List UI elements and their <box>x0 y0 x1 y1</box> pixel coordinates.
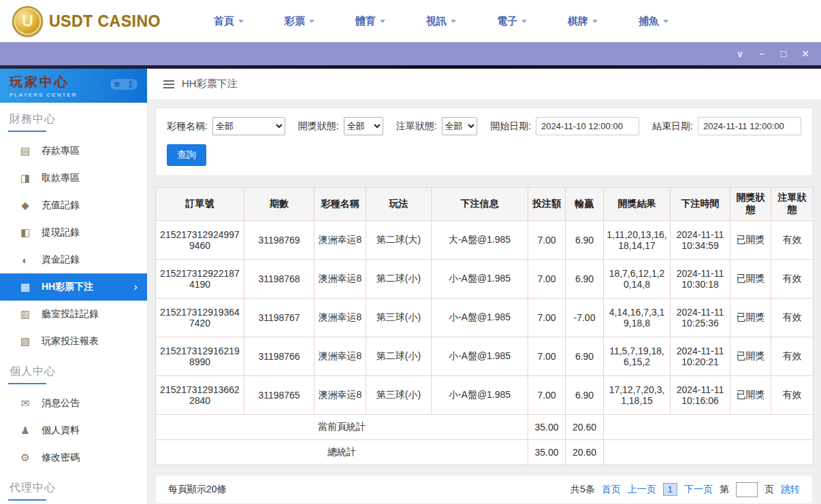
table-cell: 已開獎 <box>730 376 771 415</box>
next-page-link[interactable]: 下一页 <box>684 484 713 496</box>
page-jump-input[interactable] <box>736 482 758 497</box>
nav-item-label: 電子 <box>497 15 517 28</box>
table-cell: 大-A盤@1.985 <box>432 221 528 260</box>
search-button[interactable]: 查詢 <box>167 144 206 166</box>
table-cell: 7.00 <box>528 221 566 260</box>
summary-empty <box>604 440 814 465</box>
deposit-icon: ▤ <box>19 145 31 157</box>
sidebar: 玩家中心 PLAYERS CENTER 財務中心▤存款專區◨取款專區◆充值記錄◧… <box>0 69 147 504</box>
table-cell: 6.90 <box>566 221 604 260</box>
lottery-name-select[interactable]: 全部 <box>212 117 285 135</box>
summary-label: 當前頁統計 <box>156 415 528 440</box>
sidebar-item-profile[interactable]: ♟個人資料 <box>0 417 147 444</box>
column-header: 投注額 <box>528 188 566 221</box>
chevron-right-icon: › <box>133 280 138 294</box>
sidebar-item-label: 個人資料 <box>42 424 80 437</box>
first-page-link[interactable]: 首页 <box>602 484 621 496</box>
column-header: 開獎結果 <box>604 188 671 221</box>
sidebar-item-label: 廳室投註記錄 <box>42 308 99 320</box>
summary-winloss-total: 20.60 <box>566 440 604 465</box>
chevron-down-icon <box>451 20 456 23</box>
table-cell: 第三球(小) <box>366 299 432 337</box>
table-cell: 有效 <box>771 299 814 337</box>
brand-logo-icon: U <box>12 6 43 37</box>
table-cell: 澳洲幸运8 <box>315 376 366 415</box>
summary-row: 總統計35.0020.60 <box>156 440 814 465</box>
order-status-select[interactable]: 全部 <box>442 117 478 135</box>
table-cell: 7.00 <box>528 376 566 415</box>
start-date-input[interactable] <box>536 117 639 135</box>
table-cell: 小-A盤@1.985 <box>432 376 528 415</box>
table-cell: 第二球(小) <box>366 260 432 299</box>
sidebar-item-hall-bet-records[interactable]: ▥廳室投註記錄 <box>0 301 147 328</box>
end-date-label: 結束日期: <box>652 120 693 133</box>
sidebar-item-withdraw-records[interactable]: ◧提現記錄 <box>0 219 147 246</box>
nav-item[interactable]: 彩票 <box>264 15 335 28</box>
table-cell: 31198769 <box>244 221 315 260</box>
sidebar-item-recharge-records[interactable]: ◆充值記錄 <box>0 192 147 219</box>
table-cell: 6.90 <box>566 376 604 415</box>
withdraw-icon: ◨ <box>19 172 31 184</box>
nav-item[interactable]: 電子 <box>477 15 547 28</box>
sidebar-item-deposit[interactable]: ▤存款專區 <box>0 137 147 165</box>
hamburger-icon[interactable] <box>163 80 174 88</box>
section-underline <box>8 131 46 132</box>
table-cell: 2152173129162198990 <box>156 337 244 376</box>
table-cell: 31198766 <box>244 337 315 376</box>
sidebar-item-label: 資金記錄 <box>42 254 80 266</box>
sidebar-item-label: 消息公告 <box>42 397 80 409</box>
summary-row: 當前頁統計35.0020.60 <box>156 415 814 440</box>
draw-status-label: 開獎狀態: <box>298 120 339 133</box>
sidebar-item-change-password[interactable]: ⚙修改密碼 <box>0 444 147 471</box>
nav-item[interactable]: 視訊 <box>406 15 477 28</box>
table-cell: 第三球(小) <box>366 376 432 415</box>
window-maximize-button[interactable]: □ <box>775 45 792 63</box>
sidebar-item-funds-records[interactable]: ◐資金記錄 <box>0 246 147 273</box>
nav-item-label: 視訊 <box>426 15 447 28</box>
nav-item-label: 體育 <box>355 15 376 28</box>
person-icon: ♟ <box>19 424 31 437</box>
table-cell: 7.00 <box>528 337 566 376</box>
sidebar-item-announcements[interactable]: ✉消息公告 <box>0 390 147 417</box>
nav-item[interactable]: 體育 <box>335 15 406 28</box>
jump-link[interactable]: 跳转 <box>781 484 800 496</box>
current-page[interactable]: 1 <box>663 483 677 496</box>
sidebar-item-withdraw[interactable]: ◨取款專區 <box>0 165 147 192</box>
app-window: U USDT CASINO 首頁彩票體育視訊電子棋牌捕魚 ∨ − □ × 玩家中… <box>0 0 821 504</box>
nav-item[interactable]: 棋牌 <box>547 15 618 28</box>
table-cell: 2152173129221874190 <box>156 260 244 299</box>
sidebar-item-player-bet-report[interactable]: ▧玩家投注報表 <box>0 328 147 355</box>
table-row: 215217312913662284031198765澳洲幸运8第三球(小)小-… <box>156 376 814 415</box>
end-date-input[interactable] <box>698 117 801 135</box>
jump-prefix-label: 第 <box>720 484 729 496</box>
table-cell: 17,12,7,20,3,1,18,15 <box>604 376 671 415</box>
top-header: U USDT CASINO 首頁彩票體育視訊電子棋牌捕魚 <box>0 0 821 42</box>
breadcrumb: HH彩票下注 <box>147 69 821 99</box>
brand-name: USDT CASINO <box>49 12 161 31</box>
nav-item[interactable]: 捕魚 <box>618 15 689 28</box>
sidebar-section: 財務中心▤存款專區◨取款專區◆充值記錄◧提現記錄◐資金記錄▦HH彩票下注›▥廳室… <box>0 112 147 355</box>
summary-empty <box>604 415 814 440</box>
sidebar-section-title: 財務中心 <box>10 112 147 127</box>
table-row: 215217312924997946031198769澳洲幸运8第二球(大)大-… <box>156 221 814 260</box>
table-cell: 2152173129193647420 <box>156 299 244 337</box>
table-cell: 第二球(大) <box>366 221 432 260</box>
prev-page-link[interactable]: 上一页 <box>628 484 656 496</box>
window-chevron-button[interactable]: ∨ <box>731 45 749 63</box>
table-cell: 31198768 <box>244 260 315 299</box>
draw-status-select[interactable]: 全部 <box>344 117 383 135</box>
table-row: 215217312916219899031198766澳洲幸运8第二球(小)小-… <box>156 337 814 376</box>
table-cell: 2024-11-11 10:20:21 <box>671 337 730 376</box>
main-nav: 首頁彩票體育視訊電子棋牌捕魚 <box>193 15 809 28</box>
sidebar-item-hh-lottery-bets[interactable]: ▦HH彩票下注› <box>0 273 147 301</box>
table-cell: 小-A盤@1.985 <box>432 337 528 376</box>
section-underline <box>8 383 46 384</box>
table-cell: 18,7,6,12,1,20,14,8 <box>604 260 671 299</box>
window-close-button[interactable]: × <box>796 45 814 63</box>
column-header: 期數 <box>244 188 315 221</box>
table-cell: 2024-11-11 10:34:59 <box>671 221 730 260</box>
nav-item[interactable]: 首頁 <box>193 15 264 28</box>
table-cell: 4,14,16,7,3,19,18,8 <box>604 299 671 337</box>
window-minimize-button[interactable]: − <box>753 45 771 63</box>
bell-icon: ✉ <box>19 397 31 409</box>
